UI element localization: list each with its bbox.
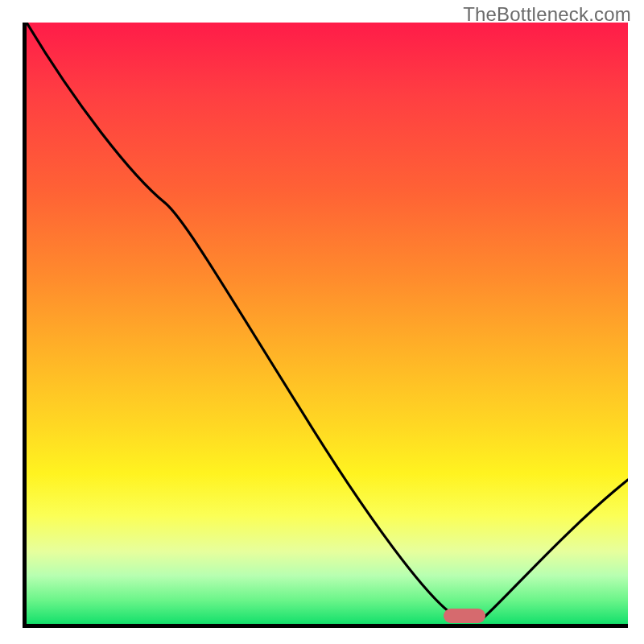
bottleneck-curve-path [27,23,628,617]
plot-area [23,23,628,628]
optimal-marker [444,609,485,623]
line-curve [27,23,628,624]
chart-container: TheBottleneck.com [0,0,644,644]
